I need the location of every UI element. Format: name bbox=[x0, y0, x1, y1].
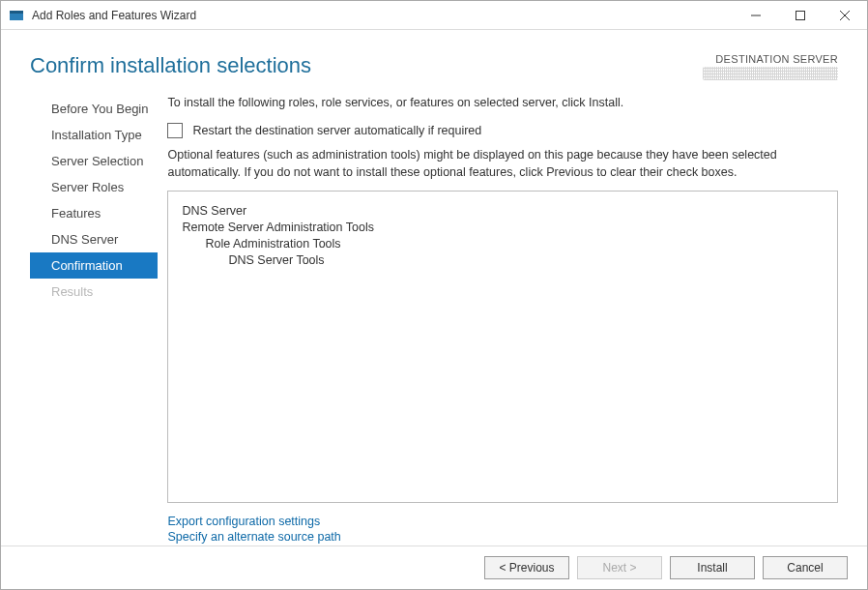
next-button[interactable]: Next > bbox=[577, 556, 662, 579]
button-bar: < Previous Next > Install Cancel bbox=[1, 546, 867, 589]
export-config-link[interactable]: Export configuration settings bbox=[167, 515, 838, 528]
minimize-button[interactable] bbox=[734, 1, 778, 30]
feature-item: DNS Server Tools bbox=[228, 253, 824, 267]
window-title: Add Roles and Features Wizard bbox=[32, 9, 196, 22]
previous-button[interactable]: < Previous bbox=[484, 556, 569, 579]
sidebar-item-features[interactable]: Features bbox=[30, 200, 158, 226]
intro-text: To install the following roles, role ser… bbox=[167, 96, 838, 109]
sidebar-item-dns-server[interactable]: DNS Server bbox=[30, 226, 158, 252]
app-icon bbox=[9, 8, 24, 23]
sidebar-item-server-selection[interactable]: Server Selection bbox=[30, 148, 158, 174]
page-title: Confirm installation selections bbox=[30, 53, 311, 78]
window-controls bbox=[734, 1, 867, 30]
alternate-source-link[interactable]: Specify an alternate source path bbox=[167, 530, 838, 544]
body: Before You BeginInstallation TypeServer … bbox=[1, 88, 867, 546]
sidebar-item-before-you-begin[interactable]: Before You Begin bbox=[30, 96, 158, 122]
feature-list-box: DNS ServerRemote Server Administration T… bbox=[167, 191, 838, 503]
close-button[interactable] bbox=[823, 1, 867, 30]
sidebar-item-installation-type[interactable]: Installation Type bbox=[30, 122, 158, 148]
titlebar: Add Roles and Features Wizard bbox=[1, 1, 867, 30]
feature-item: DNS Server bbox=[182, 204, 824, 218]
feature-item: Remote Server Administration Tools bbox=[182, 221, 824, 234]
sidebar-item-confirmation[interactable]: Confirmation bbox=[30, 252, 158, 279]
svg-rect-3 bbox=[796, 11, 805, 19]
feature-item: Role Administration Tools bbox=[205, 237, 824, 251]
restart-label: Restart the destination server automatic… bbox=[192, 124, 481, 137]
links: Export configuration settings Specify an… bbox=[167, 513, 838, 546]
optional-features-note: Optional features (such as administratio… bbox=[167, 146, 838, 181]
destination-server-box: DESTINATION SERVER bbox=[703, 53, 838, 80]
content: To install the following roles, role ser… bbox=[158, 88, 838, 546]
install-button[interactable]: Install bbox=[670, 556, 755, 579]
maximize-button[interactable] bbox=[778, 1, 823, 30]
cancel-button[interactable]: Cancel bbox=[763, 556, 848, 579]
sidebar: Before You BeginInstallation TypeServer … bbox=[30, 88, 158, 546]
sidebar-item-server-roles[interactable]: Server Roles bbox=[30, 174, 158, 200]
svg-rect-1 bbox=[10, 11, 23, 14]
header: Confirm installation selections DESTINAT… bbox=[1, 30, 867, 88]
destination-server-name-redacted bbox=[703, 67, 838, 80]
sidebar-item-results: Results bbox=[30, 279, 158, 305]
restart-row: Restart the destination server automatic… bbox=[167, 123, 838, 138]
destination-server-label: DESTINATION SERVER bbox=[703, 53, 838, 65]
restart-checkbox[interactable] bbox=[167, 123, 183, 138]
